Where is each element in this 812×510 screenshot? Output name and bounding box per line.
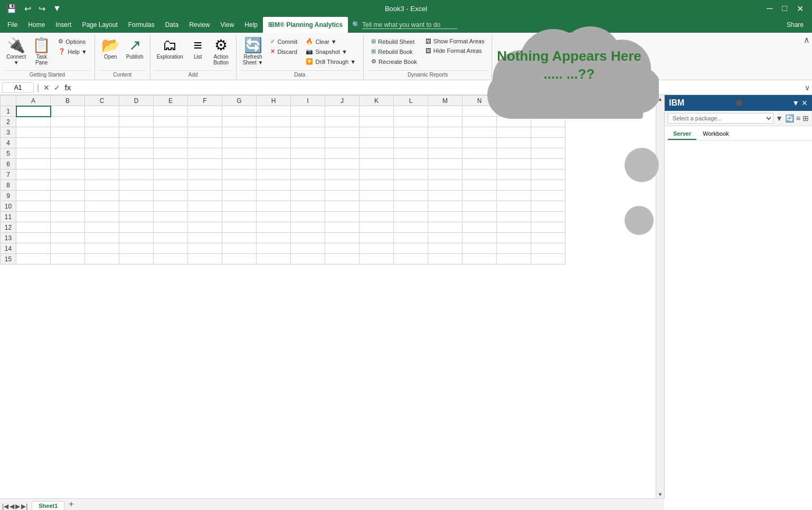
cell-C7[interactable] bbox=[85, 169, 119, 180]
cell-A6[interactable] bbox=[16, 159, 51, 169]
vertical-scrollbar[interactable]: ▲ ▼ bbox=[656, 95, 664, 498]
cell-O12[interactable] bbox=[497, 222, 531, 233]
cell-H12[interactable] bbox=[257, 222, 291, 233]
recreate-book-button[interactable]: ⚙ Recreate Book bbox=[368, 57, 420, 66]
cell-M4[interactable] bbox=[428, 138, 462, 148]
row-header-14[interactable]: 14 bbox=[1, 243, 16, 254]
menu-view[interactable]: View bbox=[215, 17, 240, 33]
cell-N7[interactable] bbox=[462, 169, 497, 180]
package-select[interactable]: Select a package... bbox=[668, 113, 773, 124]
row-header-1[interactable]: 1 bbox=[1, 106, 16, 117]
sheet-nav-first[interactable]: |◀ bbox=[2, 503, 8, 510]
cell-I7[interactable] bbox=[291, 169, 325, 180]
cell-C11[interactable] bbox=[85, 212, 119, 222]
menu-insert[interactable]: Insert bbox=[50, 17, 77, 33]
cell-K5[interactable] bbox=[360, 148, 394, 159]
search-input[interactable] bbox=[362, 21, 457, 29]
cell-N11[interactable] bbox=[462, 212, 497, 222]
sheet-nav-prev[interactable]: ◀ bbox=[10, 503, 14, 510]
cell-J14[interactable] bbox=[325, 243, 360, 254]
clear-button[interactable]: 🔥 Clear ▼ bbox=[303, 37, 359, 46]
cell-E2[interactable] bbox=[154, 117, 188, 127]
exploration-button[interactable]: 🗂 Exploration bbox=[155, 37, 185, 61]
cell-H8[interactable] bbox=[257, 180, 291, 191]
connect-button[interactable]: 🔌 Connect▼ bbox=[4, 37, 28, 67]
cell-M14[interactable] bbox=[428, 243, 462, 254]
cell-E5[interactable] bbox=[154, 148, 188, 159]
cell-L10[interactable] bbox=[394, 201, 428, 212]
cell-L1[interactable] bbox=[394, 106, 428, 117]
row-header-11[interactable]: 11 bbox=[1, 212, 16, 222]
cell-F12[interactable] bbox=[188, 222, 222, 233]
cell-L3[interactable] bbox=[394, 127, 428, 138]
cell-H10[interactable] bbox=[257, 201, 291, 212]
cell-F6[interactable] bbox=[188, 159, 222, 169]
cell-J13[interactable] bbox=[325, 233, 360, 243]
cell-N4[interactable] bbox=[462, 138, 497, 148]
sheet-nav-last[interactable]: ▶| bbox=[21, 503, 27, 510]
cell-B2[interactable] bbox=[51, 117, 85, 127]
cell-I11[interactable] bbox=[291, 212, 325, 222]
cell-M8[interactable] bbox=[428, 180, 462, 191]
cell-O10[interactable] bbox=[497, 201, 531, 212]
cell-C3[interactable] bbox=[85, 127, 119, 138]
sheet-tab-sheet1[interactable]: Sheet1 bbox=[32, 501, 64, 510]
cell-J8[interactable] bbox=[325, 180, 360, 191]
cell-K3[interactable] bbox=[360, 127, 394, 138]
cell-O15[interactable] bbox=[497, 254, 531, 265]
cell-I14[interactable] bbox=[291, 243, 325, 254]
cell-I1[interactable] bbox=[291, 106, 325, 117]
cell-M6[interactable] bbox=[428, 159, 462, 169]
dropdown-icon[interactable]: ▼ bbox=[51, 3, 63, 14]
cell-B3[interactable] bbox=[51, 127, 85, 138]
cell-F4[interactable] bbox=[188, 138, 222, 148]
menu-home[interactable]: Home bbox=[23, 17, 50, 33]
cell-K8[interactable] bbox=[360, 180, 394, 191]
cell-C15[interactable] bbox=[85, 254, 119, 265]
cell-K1[interactable] bbox=[360, 106, 394, 117]
cell-N3[interactable] bbox=[462, 127, 497, 138]
row-header-12[interactable]: 12 bbox=[1, 222, 16, 233]
undo-icon[interactable]: ↩ bbox=[22, 3, 33, 15]
share-button[interactable]: Share bbox=[780, 17, 810, 33]
cell-P8[interactable] bbox=[531, 180, 565, 191]
col-header-f[interactable]: F bbox=[188, 96, 222, 106]
cell-E10[interactable] bbox=[154, 201, 188, 212]
cell-I9[interactable] bbox=[291, 191, 325, 201]
scroll-down-arrow[interactable]: ▼ bbox=[656, 490, 664, 498]
cell-G4[interactable] bbox=[222, 138, 257, 148]
cell-A14[interactable] bbox=[16, 243, 51, 254]
cell-E8[interactable] bbox=[154, 180, 188, 191]
cell-P3[interactable] bbox=[531, 127, 565, 138]
redo-icon[interactable]: ↪ bbox=[36, 3, 48, 15]
cell-P4[interactable] bbox=[531, 138, 565, 148]
cell-N15[interactable] bbox=[462, 254, 497, 265]
cell-H11[interactable] bbox=[257, 212, 291, 222]
col-header-d[interactable]: D bbox=[119, 96, 154, 106]
cell-J1[interactable] bbox=[325, 106, 360, 117]
cell-D2[interactable] bbox=[119, 117, 154, 127]
cell-E4[interactable] bbox=[154, 138, 188, 148]
cell-L5[interactable] bbox=[394, 148, 428, 159]
cell-J15[interactable] bbox=[325, 254, 360, 265]
cell-G1[interactable] bbox=[222, 106, 257, 117]
cell-B9[interactable] bbox=[51, 191, 85, 201]
cell-D1[interactable] bbox=[119, 106, 154, 117]
row-header-9[interactable]: 9 bbox=[1, 191, 16, 201]
cell-D8[interactable] bbox=[119, 180, 154, 191]
cell-H7[interactable] bbox=[257, 169, 291, 180]
cell-I13[interactable] bbox=[291, 233, 325, 243]
cell-H9[interactable] bbox=[257, 191, 291, 201]
cell-E13[interactable] bbox=[154, 233, 188, 243]
cell-H3[interactable] bbox=[257, 127, 291, 138]
ibm-tab-workbook[interactable]: Workbook bbox=[697, 128, 734, 140]
window-controls[interactable]: ─ □ ✕ bbox=[762, 3, 808, 15]
cell-D14[interactable] bbox=[119, 243, 154, 254]
ribbon-collapse-button[interactable]: ∧ bbox=[804, 35, 810, 45]
row-header-5[interactable]: 5 bbox=[1, 148, 16, 159]
cell-D9[interactable] bbox=[119, 191, 154, 201]
cell-F13[interactable] bbox=[188, 233, 222, 243]
cell-L7[interactable] bbox=[394, 169, 428, 180]
cell-J6[interactable] bbox=[325, 159, 360, 169]
col-header-c[interactable]: C bbox=[85, 96, 119, 106]
